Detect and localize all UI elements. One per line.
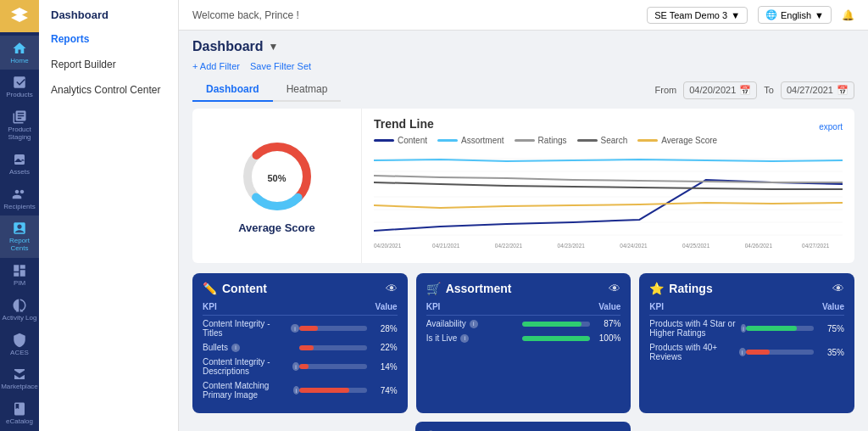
ratings-card-title: ⭐ Ratings	[649, 282, 712, 295]
calendar-icon: 📅	[739, 85, 751, 96]
content-eye-icon[interactable]: 👁	[386, 282, 398, 295]
kpi-card-ratings: ⭐ Ratings 👁 KPI Value Products with 4 St…	[639, 273, 854, 413]
bar-bg	[522, 322, 590, 327]
donut-chart: 50%	[239, 138, 315, 215]
bar-bg	[299, 364, 367, 369]
content-table-header: KPI Value	[203, 302, 398, 316]
legend-content: Content	[374, 136, 427, 145]
dashboard-area: Dashboard ▼ + Add Filter Save Filter Set…	[179, 31, 868, 431]
kpi-bar-40reviews: 35%	[746, 348, 844, 357]
calendar-icon-to: 📅	[837, 85, 849, 96]
legend-dot-ratings	[515, 139, 535, 142]
kpi-bar-titles: 28%	[299, 324, 398, 333]
assortment-eye-icon[interactable]: 👁	[609, 282, 620, 295]
topbar-right: SE Team Demo 3 ▼ 🌐 English ▼ 🔔	[647, 6, 854, 24]
nav-recipients[interactable]: Recipients	[0, 182, 39, 216]
dashboard-title-row: Dashboard ▼	[192, 39, 854, 54]
legend-avg-score: Average Score	[637, 136, 717, 145]
star-icon: ⭐	[649, 282, 664, 295]
sidebar-item-reports[interactable]: Reports	[39, 26, 178, 52]
topbar: Welcome back, Prince ! SE Team Demo 3 ▼ …	[179, 0, 868, 31]
kpi-cards-row: ✏️ Content 👁 KPI Value Content Integrity…	[192, 273, 854, 413]
kpi-row-bullets: Bullets i 22%	[203, 343, 398, 352]
team-selector[interactable]: SE Team Demo 3 ▼	[647, 7, 748, 24]
legend-label-ratings: Ratings	[538, 136, 567, 145]
from-date-value: 04/20/2021	[689, 85, 736, 95]
info-icon-image[interactable]: i	[293, 386, 299, 395]
nav-product-staging[interactable]: Product Staging	[0, 104, 39, 147]
bar-fill	[522, 336, 590, 341]
kpi-name-40reviews: Products with 40+ Reviews i	[649, 343, 746, 361]
nav-home[interactable]: Home	[0, 36, 39, 70]
kpi-name-titles: Content Integrity - Titles i	[203, 319, 299, 338]
content-card-title: ✏️ Content	[203, 282, 267, 295]
legend-assortment: Assortment	[437, 136, 504, 145]
nav-report[interactable]: Report Cents	[0, 216, 39, 258]
kpi-row-4star: Products with 4 Star or Higher Ratings i…	[649, 319, 844, 338]
bar-bg	[746, 350, 814, 355]
bar-fill	[746, 350, 770, 355]
kpi-bar-availability: 87%	[522, 319, 620, 328]
assortment-card-header: 🛒 Assortment 👁	[426, 282, 621, 295]
logo	[0, 0, 39, 32]
kpi-row-titles: Content Integrity - Titles i 28%	[203, 319, 398, 338]
tab-heatmap[interactable]: Heatmap	[273, 78, 342, 102]
from-date-input[interactable]: 04/20/2021 📅	[683, 81, 757, 99]
welcome-message: Welcome back, Prince !	[192, 9, 299, 21]
bar-fill	[522, 322, 581, 327]
legend-label-assortment: Assortment	[461, 136, 504, 145]
nav-products[interactable]: Products	[0, 70, 39, 104]
nav-ecatalog[interactable]: eCatalog	[0, 396, 39, 431]
dashboard-title: Dashboard	[192, 39, 264, 54]
add-filter-button[interactable]: + Add Filter	[192, 61, 240, 71]
tab-dashboard[interactable]: Dashboard	[192, 78, 273, 102]
donut-center-value: 50%	[267, 167, 286, 185]
export-button[interactable]: export	[819, 122, 843, 132]
kpi-val-availability: 87%	[595, 319, 620, 328]
legend-dot-content	[374, 139, 394, 142]
svg-text:04/26/2021: 04/26/2021	[745, 243, 772, 249]
dashboard-tabs: Dashboard Heatmap	[192, 78, 341, 102]
language-selector[interactable]: 🌐 English ▼	[758, 6, 832, 24]
kpi-name-islive: Is it Live i	[426, 333, 523, 343]
pencil-icon: ✏️	[203, 282, 217, 295]
chevron-down-icon-title: ▼	[269, 41, 279, 53]
avg-score-value: 50%	[267, 172, 286, 182]
to-date-input[interactable]: 04/27/2021 📅	[781, 81, 854, 99]
info-icon-descriptions[interactable]: i	[292, 362, 298, 371]
info-icon-titles[interactable]: i	[291, 324, 298, 333]
info-icon-bullets[interactable]: i	[231, 344, 240, 352]
language-label: English	[781, 10, 811, 20]
kpi-name-image: Content Matching Primary Image i	[203, 381, 299, 400]
info-icon-40reviews[interactable]: i	[739, 348, 746, 356]
sidebar-item-analytics[interactable]: Analytics Control Center	[39, 77, 178, 103]
bar-bg	[299, 345, 367, 350]
kpi-bar-bullets: 22%	[299, 343, 398, 352]
date-range: From 04/20/2021 📅 To 04/27/2021 📅	[655, 81, 854, 99]
kpi-name-bullets: Bullets i	[203, 343, 299, 352]
legend-label-avg: Average Score	[661, 136, 717, 145]
nav-assets[interactable]: Assets	[0, 147, 39, 182]
tab-date-bar: Dashboard Heatmap From 04/20/2021 📅 To 0…	[192, 78, 854, 102]
nav-pim[interactable]: PIM	[0, 258, 39, 293]
save-filter-button[interactable]: Save Filter Set	[250, 61, 311, 71]
bar-fill	[746, 326, 797, 331]
nav-marketplace[interactable]: Marketplace	[0, 361, 39, 396]
nav-aces[interactable]: ACES	[0, 327, 39, 362]
info-icon-availability[interactable]: i	[470, 320, 478, 328]
kpi-row-islive: Is it Live i 100%	[426, 333, 621, 343]
chevron-down-icon: ▼	[731, 10, 740, 20]
kpi-row-image: Content Matching Primary Image i 74%	[203, 381, 398, 400]
sidebar-header: Dashboard	[39, 0, 178, 26]
legend-label-content: Content	[398, 136, 427, 145]
notification-bell[interactable]: 🔔	[842, 9, 854, 21]
info-icon-islive[interactable]: i	[460, 334, 469, 343]
ratings-eye-icon[interactable]: 👁	[832, 282, 844, 295]
bar-bg	[746, 326, 814, 331]
kpi-card-content: ✏️ Content 👁 KPI Value Content Integrity…	[192, 273, 408, 413]
sidebar-item-report-builder[interactable]: Report Builder	[39, 52, 178, 77]
nav-activity[interactable]: Activity Log	[0, 293, 39, 327]
svg-text:04/23/2021: 04/23/2021	[558, 243, 585, 249]
kpi-name-availability: Availability i	[426, 319, 523, 328]
filter-bar: + Add Filter Save Filter Set	[192, 61, 854, 71]
